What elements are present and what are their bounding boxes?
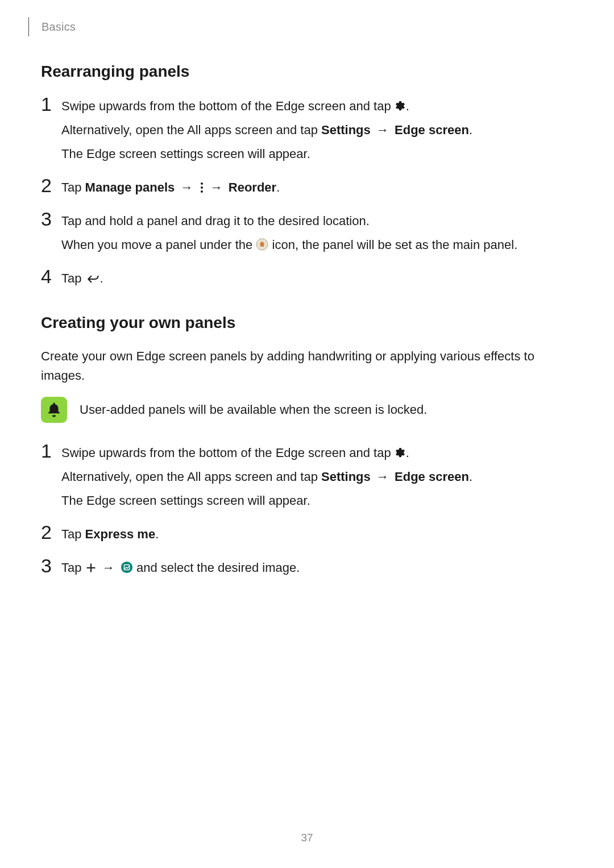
step-body: Tap Manage panels → → Reorder. <box>61 177 573 201</box>
note-callout: User-added panels will be available when… <box>41 397 573 423</box>
header-section-label: Basics <box>42 20 76 34</box>
text-bold: Edge screen <box>395 123 469 137</box>
step-item: 3 Tap → and select the desired image. <box>41 557 573 582</box>
arrow-icon: → <box>210 180 223 194</box>
text: . <box>469 123 472 137</box>
step-body: Tap and hold a panel and drag it to the … <box>61 210 573 259</box>
text: When you move a panel under the <box>61 238 256 252</box>
step-body: Tap → and select the desired image. <box>61 557 573 582</box>
gear-icon <box>395 447 406 459</box>
step-body: Tap . <box>61 268 573 292</box>
step-item: 2 Tap Express me. <box>41 524 573 548</box>
step-item: 3 Tap and hold a panel and drag it to th… <box>41 210 573 259</box>
section-title-rearranging: Rearranging panels <box>41 63 573 81</box>
intro-text: Create your own Edge screen panels by ad… <box>41 347 573 385</box>
svg-point-1 <box>201 186 203 189</box>
text-bold: Manage panels <box>85 180 175 194</box>
text: The Edge screen settings screen will app… <box>61 491 573 511</box>
text: icon, the panel will be set as the main … <box>268 238 517 252</box>
text-bold: Express me <box>85 527 156 541</box>
text: . <box>469 470 472 484</box>
text: Tap and hold a panel and drag it to the … <box>61 211 573 231</box>
note-bell-icon <box>41 397 67 423</box>
step-item: 2 Tap Manage panels → → Reorder. <box>41 177 573 201</box>
back-icon <box>85 274 100 284</box>
header-divider <box>28 17 29 36</box>
arrow-icon: → <box>180 180 193 194</box>
svg-point-2 <box>201 190 203 193</box>
gear-icon <box>395 101 406 112</box>
text: . <box>276 180 280 194</box>
text: . <box>406 99 409 113</box>
text: Tap <box>61 180 85 194</box>
svg-point-0 <box>201 182 203 185</box>
step-number: 4 <box>41 268 58 285</box>
text: Alternatively, open the All apps screen … <box>61 123 321 137</box>
text: The Edge screen settings screen will app… <box>61 144 573 164</box>
svg-point-4 <box>121 562 132 573</box>
step-number: 1 <box>41 95 58 113</box>
step-body: Swipe upwards from the bottom of the Edg… <box>61 442 573 514</box>
arrow-icon: → <box>376 123 389 137</box>
text-bold: Reorder <box>229 180 276 194</box>
step-body: Tap Express me. <box>61 524 573 548</box>
more-options-icon <box>199 182 205 193</box>
step-number: 1 <box>41 442 58 459</box>
page-header: Basics <box>41 17 573 36</box>
text-bold: Settings <box>321 123 371 137</box>
text-bold: Settings <box>321 470 371 484</box>
text: Swipe upwards from the bottom of the Edg… <box>61 446 395 460</box>
arrow-icon: → <box>102 560 115 575</box>
page-number: 37 <box>0 832 614 844</box>
manual-page: Basics Rearranging panels 1 Swipe upward… <box>0 0 614 868</box>
steps-creating: 1 Swipe upwards from the bottom of the E… <box>41 442 573 582</box>
step-number: 3 <box>41 210 58 227</box>
text-bold: Edge screen <box>395 470 469 484</box>
step-body: Swipe upwards from the bottom of the Edg… <box>61 95 573 168</box>
text: . <box>406 446 409 460</box>
image-circle-icon <box>121 561 133 574</box>
text: and select the desired image. <box>133 560 300 575</box>
text: Alternatively, open the All apps screen … <box>61 470 321 484</box>
step-item: 1 Swipe upwards from the bottom of the E… <box>41 442 573 514</box>
note-text: User-added panels will be available when… <box>80 401 427 418</box>
home-circle-icon <box>256 238 268 251</box>
text: Tap <box>61 271 85 285</box>
plus-icon <box>85 562 97 574</box>
step-item: 4 Tap . <box>41 268 573 292</box>
text: Swipe upwards from the bottom of the Edg… <box>61 99 395 113</box>
step-number: 2 <box>41 177 58 194</box>
text: Tap <box>61 560 85 575</box>
step-number: 2 <box>41 524 58 541</box>
step-number: 3 <box>41 557 58 574</box>
section-title-creating: Creating your own panels <box>41 314 573 332</box>
text: Tap <box>61 527 85 541</box>
steps-rearranging: 1 Swipe upwards from the bottom of the E… <box>41 95 573 292</box>
arrow-icon: → <box>376 470 389 484</box>
step-item: 1 Swipe upwards from the bottom of the E… <box>41 95 573 168</box>
text: . <box>155 527 159 541</box>
text: . <box>100 271 103 285</box>
